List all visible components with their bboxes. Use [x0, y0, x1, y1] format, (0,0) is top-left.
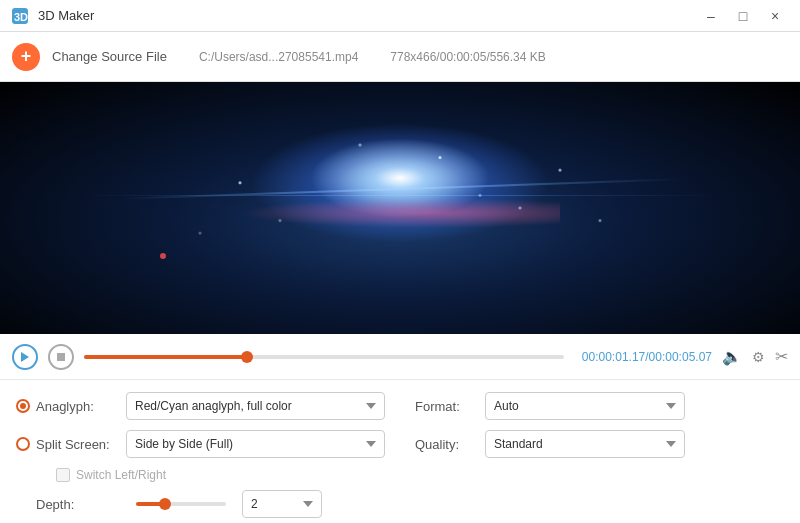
change-source-label[interactable]: Change Source File: [52, 49, 167, 64]
app-icon: 3D: [10, 6, 30, 26]
split-screen-label: Split Screen:: [36, 437, 126, 452]
stop-button[interactable]: [48, 344, 74, 370]
depth-thumb[interactable]: [159, 498, 171, 510]
add-source-button[interactable]: +: [12, 43, 40, 71]
depth-row: Depth: 1 2 3 4 5: [16, 490, 385, 518]
anaglyph-row: Anaglyph: Red/Cyan anaglyph, full color …: [16, 392, 385, 420]
depth-select[interactable]: 1 2 3 4 5: [242, 490, 322, 518]
svg-marker-2: [21, 352, 29, 362]
format-row: Format: Auto MP4 AVI MKV: [415, 392, 784, 420]
settings-panel: Anaglyph: Red/Cyan anaglyph, full color …: [0, 380, 800, 523]
progress-thumb[interactable]: [241, 351, 253, 363]
settings-icon[interactable]: ⚙: [752, 349, 765, 365]
quality-label: Quality:: [415, 437, 485, 452]
depth-fill: [136, 502, 166, 506]
volume-icon[interactable]: 🔈: [722, 347, 742, 366]
quality-row: Quality: Standard High Ultra: [415, 430, 784, 458]
cut-icon[interactable]: ✂: [775, 347, 788, 366]
video-preview-area: [0, 82, 800, 334]
progress-fill: [84, 355, 247, 359]
video-canvas: [0, 82, 800, 334]
toolbar: + Change Source File C:/Users/asd...2708…: [0, 32, 800, 82]
depth-slider[interactable]: [136, 502, 226, 506]
title-bar: 3D 3D Maker – □ ×: [0, 0, 800, 32]
video-particles: [0, 82, 800, 334]
time-total: 00:00:05.07: [649, 350, 712, 364]
maximize-button[interactable]: □: [728, 5, 758, 27]
anaglyph-radio-fill: [20, 403, 26, 409]
svg-rect-3: [57, 353, 65, 361]
file-path: C:/Users/asd...27085541.mp4: [199, 50, 358, 64]
play-button[interactable]: [12, 344, 38, 370]
split-screen-row: Split Screen: Side by Side (Full) Side b…: [16, 430, 385, 458]
switch-lr-label: Switch Left/Right: [76, 468, 166, 482]
split-screen-select[interactable]: Side by Side (Full) Side by Side (Half) …: [126, 430, 385, 458]
minimize-button[interactable]: –: [696, 5, 726, 27]
format-select[interactable]: Auto MP4 AVI MKV: [485, 392, 685, 420]
svg-text:3D: 3D: [14, 11, 28, 23]
anaglyph-select[interactable]: Red/Cyan anaglyph, full color Red/Cyan a…: [126, 392, 385, 420]
switch-lr-row: Switch Left/Right: [36, 468, 385, 482]
quality-select[interactable]: Standard High Ultra: [485, 430, 685, 458]
switch-lr-checkbox-group: Switch Left/Right: [56, 468, 166, 482]
playback-controls: 00:00:01.17/00:00:05.07 🔈 ⚙ ✂: [0, 334, 800, 380]
depth-label: Depth:: [36, 497, 126, 512]
progress-bar[interactable]: [84, 355, 564, 359]
anaglyph-radio[interactable]: [16, 399, 30, 413]
close-button[interactable]: ×: [760, 5, 790, 27]
switch-lr-checkbox[interactable]: [56, 468, 70, 482]
file-info: 778x466/00:00:05/556.34 KB: [390, 50, 545, 64]
format-label: Format:: [415, 399, 485, 414]
split-screen-radio[interactable]: [16, 437, 30, 451]
time-display: 00:00:01.17/00:00:05.07: [582, 350, 712, 364]
anaglyph-label: Anaglyph:: [36, 399, 126, 414]
app-title: 3D Maker: [38, 8, 94, 23]
time-current: 00:00:01.17: [582, 350, 645, 364]
